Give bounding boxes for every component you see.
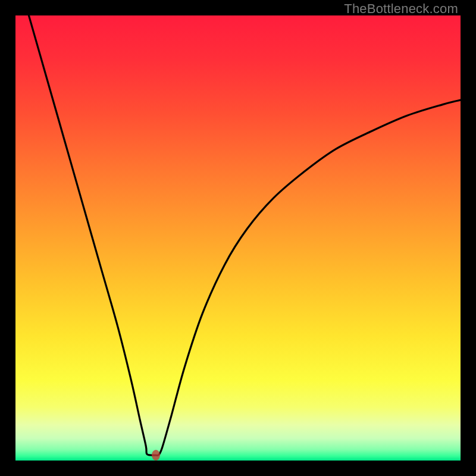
watermark-text: TheBottleneck.com bbox=[344, 1, 458, 17]
bottleneck-curve bbox=[15, 15, 461, 461]
minimum-marker bbox=[152, 450, 160, 461]
plot-area bbox=[15, 15, 461, 461]
